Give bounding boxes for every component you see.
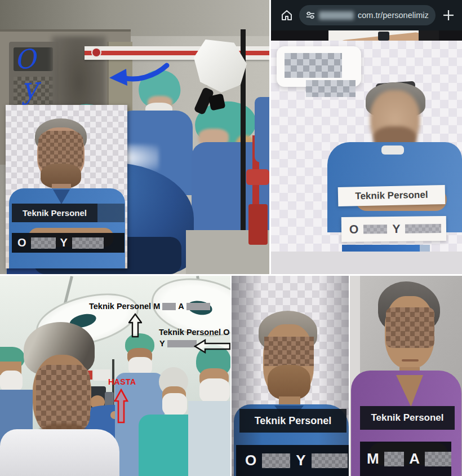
left-arrow-annotation — [194, 339, 230, 354]
name-initial: O — [245, 452, 256, 469]
name-initial: Y — [60, 236, 68, 249]
role-label: Teknik Personel — [338, 185, 446, 206]
red-equipment-lower — [248, 204, 268, 245]
staff-left-mask — [0, 371, 23, 392]
name-bar: O Y — [12, 233, 125, 253]
annotation-text: Teknik Personel M — [89, 302, 160, 311]
role-label: Teknik Personel — [12, 204, 97, 222]
annotation-text: Teknik Personel O — [159, 328, 229, 337]
site-settings-icon — [306, 11, 315, 20]
browser-toolbar: com.tr/personelimiz — [271, 0, 462, 30]
annotation-label-oy-line1: Teknik Personel O — [159, 328, 230, 337]
selfie-man-face-pixelated — [36, 365, 90, 430]
name-initial: A — [409, 450, 420, 468]
red-arrow-annotation — [114, 389, 128, 424]
handwritten-letter-y: y — [20, 73, 39, 103]
blue-arrow-annotation — [108, 60, 170, 88]
name-initial: O — [349, 223, 359, 236]
rail-knob — [91, 47, 101, 58]
censored-name-blur — [72, 237, 104, 249]
webpage-body: Teknik Personel O Y — [271, 41, 462, 274]
person-face-pixelated — [386, 307, 434, 348]
photo-collage: O y Teknik Personel O Y — [0, 0, 462, 476]
red-stool-seat — [246, 169, 269, 185]
name-bar: O Y — [236, 445, 349, 476]
censored-name-blur — [262, 453, 290, 468]
up-arrow-annotation — [128, 313, 142, 338]
role-label: Teknik Personel — [360, 406, 455, 430]
photo-watch — [378, 32, 389, 41]
name-bar: M A — [360, 442, 451, 476]
plus-icon[interactable] — [441, 8, 456, 23]
panel-browser-screenshot: com.tr/personelimiz — [271, 0, 462, 274]
link-underline-bar — [342, 245, 420, 252]
annotation-label-oy-line2: Y — [159, 339, 197, 348]
handwritten-letter-o: O — [14, 45, 37, 73]
person-mouth — [402, 359, 419, 362]
censored-name-blur — [312, 453, 348, 468]
annotation-text: Y — [159, 339, 165, 348]
censored-name-blur — [167, 340, 197, 347]
staff-right-mask — [199, 378, 230, 403]
name-bar: O Y — [341, 216, 446, 242]
camera-body — [208, 94, 226, 111]
censored-name-blur — [31, 237, 56, 249]
censored-domain-blur — [319, 11, 354, 20]
name-initial: M — [367, 450, 379, 468]
censored-name-blur — [363, 224, 387, 233]
url-text: com.tr/personelimiz — [358, 11, 429, 20]
role-label: Teknik Personel — [239, 409, 346, 433]
annotation-label-ma: Teknik Personel M A — [89, 302, 210, 311]
staff-right-body — [188, 401, 230, 476]
url-bar[interactable]: com.tr/personelimiz — [299, 5, 436, 25]
annotation-text: A — [178, 302, 184, 311]
name-initial: O — [17, 236, 26, 249]
panel-or-selfie: Teknik Personel M A Teknik Personel O Y … — [0, 276, 230, 476]
panel-staff-photo-purple: Teknik Personel M A — [350, 276, 462, 476]
inset-staff-card: Teknik Personel O Y — [6, 105, 127, 268]
patient-annotation: HASTA — [108, 377, 136, 386]
page-footer-strip — [271, 252, 462, 274]
person-edge-right — [255, 97, 269, 162]
link-underline-end — [420, 245, 430, 252]
censored-name-blur — [405, 224, 441, 233]
censored-name-blur — [425, 452, 451, 466]
undershirt — [381, 146, 404, 155]
selfie-man-scrub — [0, 429, 119, 476]
censored-name-blur — [162, 303, 176, 310]
panel-operating-room-photo: O y Teknik Personel O Y — [0, 0, 269, 274]
panel-staff-photo-blue: Teknik Personel O Y — [232, 276, 349, 476]
home-icon[interactable] — [280, 8, 294, 22]
label-bar-extension — [97, 204, 125, 222]
censored-name-blur — [186, 303, 210, 310]
censored-name-blur — [384, 452, 405, 466]
staff-woman-mask — [162, 393, 187, 416]
name-initial: Y — [296, 452, 305, 469]
name-initial: Y — [392, 222, 400, 236]
